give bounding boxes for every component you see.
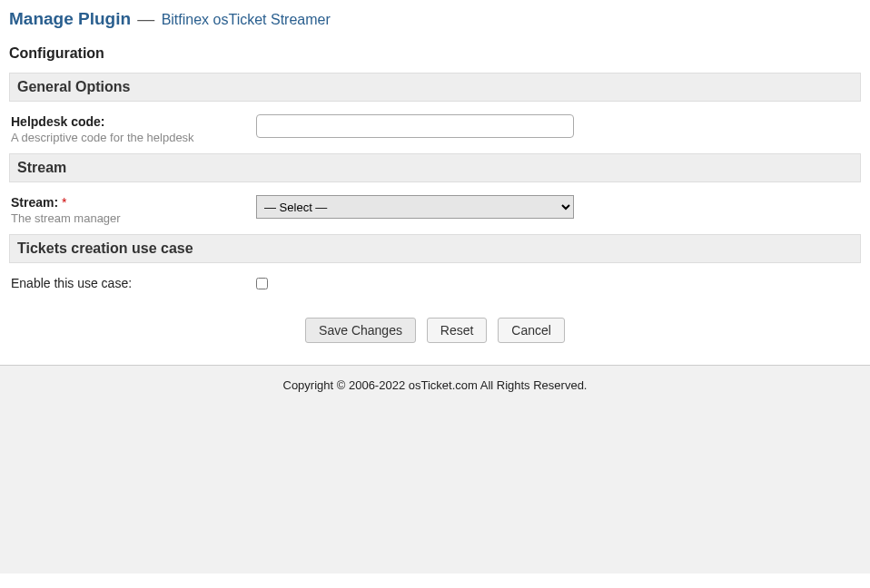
field-label-col: Enable this use case: — [11, 276, 256, 290]
field-row-enable-usecase: Enable this use case: — [9, 263, 861, 301]
field-input-col: — Select — — [256, 195, 859, 219]
footer: Copyright © 2006-2022 osTicket.com All R… — [0, 365, 870, 573]
save-button[interactable]: Save Changes — [305, 318, 416, 343]
plugin-name: Bitfinex osTicket Streamer — [162, 12, 331, 27]
helpdesk-code-label: Helpdesk code: — [11, 114, 247, 129]
enable-usecase-checkbox[interactable] — [256, 278, 268, 289]
button-bar: Save Changes Reset Cancel — [9, 318, 861, 356]
field-input-col — [256, 114, 859, 138]
page-title-prefix: Manage Plugin — [9, 9, 131, 28]
helpdesk-code-input[interactable] — [256, 114, 574, 138]
field-label-col: Stream: * The stream manager — [11, 195, 256, 225]
stream-label: Stream: * — [11, 195, 247, 210]
section-header-general: General Options — [9, 73, 861, 102]
required-star-icon: * — [62, 195, 66, 210]
field-input-col — [256, 276, 859, 292]
page-container: Manage Plugin — Bitfinex osTicket Stream… — [0, 0, 870, 365]
enable-usecase-label: Enable this use case: — [11, 276, 247, 290]
stream-label-text: Stream: — [11, 195, 58, 210]
helpdesk-code-hint: A descriptive code for the helpdesk — [11, 131, 247, 144]
section-header-stream: Stream — [9, 153, 861, 182]
section-header-tickets: Tickets creation use case — [9, 234, 861, 263]
stream-select[interactable]: — Select — — [256, 195, 574, 219]
cancel-button[interactable]: Cancel — [498, 318, 565, 343]
field-row-helpdesk-code: Helpdesk code: A descriptive code for th… — [9, 102, 861, 153]
stream-hint: The stream manager — [11, 211, 247, 225]
reset-button[interactable]: Reset — [427, 318, 488, 343]
field-label-col: Helpdesk code: A descriptive code for th… — [11, 114, 256, 144]
field-row-stream: Stream: * The stream manager — Select — — [9, 182, 861, 234]
configuration-subheading: Configuration — [9, 45, 861, 62]
copyright-text: Copyright © 2006-2022 osTicket.com All R… — [283, 378, 588, 392]
page-title: Manage Plugin — Bitfinex osTicket Stream… — [9, 9, 861, 29]
page-title-dash: — — [137, 9, 154, 28]
